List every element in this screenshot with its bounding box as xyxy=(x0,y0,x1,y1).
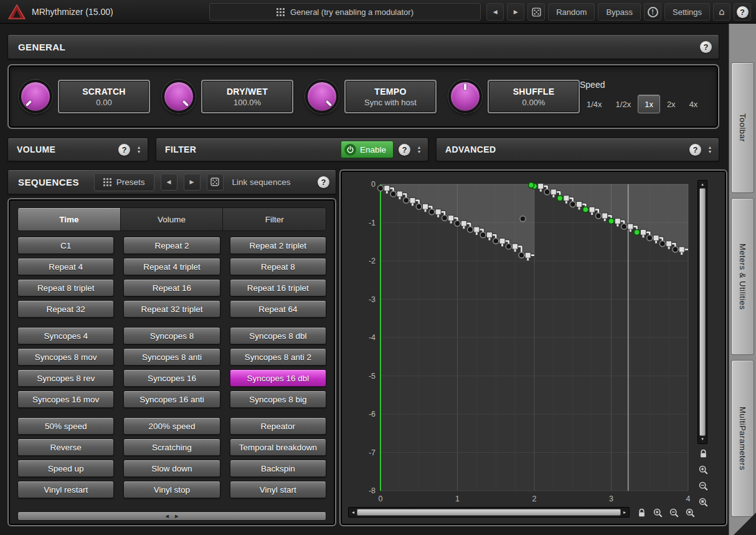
seq-preset-syncopes-8-mov[interactable]: Syncopes 8 mov xyxy=(17,348,114,366)
step-point[interactable] xyxy=(404,197,409,203)
vscroll-down-icon[interactable]: ▾ xyxy=(698,436,707,443)
step-handle[interactable] xyxy=(577,201,582,207)
step-handle[interactable] xyxy=(499,239,505,244)
seq-preset-syncopes-8-rev[interactable]: Syncopes 8 rev xyxy=(17,369,114,387)
step-point[interactable] xyxy=(520,216,526,222)
tempo-value-box[interactable]: TEMPOSync with host xyxy=(344,80,437,113)
shuffle-value-box[interactable]: SHUFFLE0.00% xyxy=(488,80,580,113)
step-point[interactable] xyxy=(416,204,422,209)
seq-preset-temporal-breakdown[interactable]: Temporal breakdown xyxy=(230,438,326,456)
pager-left-icon[interactable]: ◂ xyxy=(165,513,169,519)
volume-help-button[interactable]: ? xyxy=(118,144,130,156)
graph-horizontal-zoom-in-zoom-in-icon[interactable] xyxy=(651,506,664,519)
speed-4x-button[interactable]: 4x xyxy=(683,95,705,113)
seq-preset-repeat-32[interactable]: Repeat 32 xyxy=(17,300,114,318)
settings-button[interactable]: Settings xyxy=(664,3,710,21)
seq-preset-50-speed[interactable]: 50% speed xyxy=(17,417,114,435)
sequences-prev-button[interactable]: ◀ xyxy=(161,174,177,191)
step-point-selected[interactable] xyxy=(583,207,588,212)
speed-1-2x-button[interactable]: 1/2x xyxy=(609,95,638,113)
step-point[interactable] xyxy=(544,189,550,195)
pager-right-icon[interactable]: ▸ xyxy=(175,513,179,519)
step-point[interactable] xyxy=(429,209,435,215)
tempo-knob[interactable] xyxy=(305,80,339,113)
step-point[interactable] xyxy=(506,244,511,249)
step-point[interactable] xyxy=(442,215,447,221)
filter-help-button[interactable]: ? xyxy=(399,144,410,156)
seq-preset-syncopes-8[interactable]: Syncopes 8 xyxy=(123,327,220,344)
seq-preset-repeat-16-triplet[interactable]: Repeat 16 triplet xyxy=(230,279,326,296)
speed-2x-button[interactable]: 2x xyxy=(660,95,683,113)
seq-preset-backspin[interactable]: Backspin xyxy=(230,460,326,477)
seq-preset-syncopes-8-big[interactable]: Syncopes 8 big xyxy=(230,391,326,408)
step-handle[interactable] xyxy=(448,215,454,221)
seq-preset-repeat-2-triplet[interactable]: Repeat 2 triplet xyxy=(230,237,326,254)
step-handle[interactable] xyxy=(435,209,441,215)
preset-next-button[interactable]: ▶ xyxy=(507,3,524,21)
preset-selector[interactable]: General (try enabling a modulator) xyxy=(209,3,481,21)
sequences-next-button[interactable]: ▶ xyxy=(184,174,201,191)
step-point-selected[interactable] xyxy=(529,182,534,188)
vscroll-up-icon[interactable]: ▴ xyxy=(698,181,707,188)
vscroll-thumb[interactable] xyxy=(699,188,706,436)
sequence-step-graph[interactable]: 0-1-2-3-4-5-6-7-801234 xyxy=(341,171,726,525)
step-point-selected[interactable] xyxy=(608,219,614,224)
seq-preset-vinyl-restart[interactable]: Vinyl restart xyxy=(17,481,114,498)
step-point[interactable] xyxy=(468,227,473,232)
seq-preset-slow-down[interactable]: Slow down xyxy=(123,460,220,477)
seq-preset-repeat-4[interactable]: Repeat 4 xyxy=(17,258,114,275)
graph-vertical-zoom-out-zoom-out-icon[interactable] xyxy=(697,480,709,492)
step-handle[interactable] xyxy=(602,213,608,219)
step-handle[interactable] xyxy=(550,189,556,195)
volume-collapse-control[interactable]: ▴▾ xyxy=(135,143,143,156)
seq-preset-c1[interactable]: C1 xyxy=(17,237,114,254)
resize-grip[interactable] xyxy=(734,513,756,535)
randomize-dice-button[interactable] xyxy=(527,3,545,21)
dry-wet-knob[interactable] xyxy=(162,80,196,113)
sequence-tab-volume[interactable]: Volume xyxy=(121,208,224,230)
advanced-panel-header[interactable]: ADVANCED ? ▴▾ xyxy=(436,138,719,161)
seq-preset-syncopes-16[interactable]: Syncopes 16 xyxy=(123,369,220,387)
graph-horizontal-scrollbar[interactable]: ◂ ▸ xyxy=(348,507,630,518)
step-point[interactable] xyxy=(390,191,396,197)
step-point[interactable] xyxy=(480,232,486,238)
sequences-dice-button[interactable] xyxy=(207,174,224,191)
advanced-collapse-control[interactable]: ▴▾ xyxy=(706,143,714,156)
seq-preset-repeat-8[interactable]: Repeat 8 xyxy=(230,258,326,275)
advanced-help-button[interactable]: ? xyxy=(689,144,701,156)
hscroll-right-icon[interactable]: ▸ xyxy=(621,508,628,517)
graph-vertical-zoom-in-zoom-in-icon[interactable] xyxy=(697,463,709,476)
seq-preset-syncopes-8-dbl[interactable]: Syncopes 8 dbl xyxy=(230,327,326,344)
seq-preset-repeator[interactable]: Repeator xyxy=(230,417,326,435)
step-handle[interactable] xyxy=(525,252,531,258)
step-handle[interactable] xyxy=(653,235,659,241)
step-point[interactable] xyxy=(621,224,627,229)
step-point-selected[interactable] xyxy=(634,229,640,235)
filter-enable-button[interactable]: Enable xyxy=(341,141,394,158)
sequences-presets-button[interactable]: Presets xyxy=(94,173,154,191)
step-point[interactable] xyxy=(455,220,460,226)
step-point-selected[interactable] xyxy=(557,196,563,201)
step-handle[interactable] xyxy=(410,197,415,203)
seq-preset-reverse[interactable]: Reverse xyxy=(17,438,114,456)
step-handle[interactable] xyxy=(628,224,633,229)
graph-horizontal-lock-lock-icon[interactable] xyxy=(635,506,648,519)
step-handle[interactable] xyxy=(679,247,684,252)
dry-wet-value-box[interactable]: DRY/WET100.0% xyxy=(201,80,293,113)
seq-preset-syncopes-4[interactable]: Syncopes 4 xyxy=(17,327,114,344)
seq-preset-repeat-2[interactable]: Repeat 2 xyxy=(123,237,220,254)
seq-preset-repeat-64[interactable]: Repeat 64 xyxy=(230,300,326,318)
filter-panel-header[interactable]: FILTER Enable ? ▴▾ xyxy=(156,138,428,161)
step-handle[interactable] xyxy=(513,244,518,249)
seq-preset-scratching[interactable]: Scratching xyxy=(123,438,220,456)
seq-preset-repeat-16[interactable]: Repeat 16 xyxy=(123,279,220,296)
seq-preset-speed-up[interactable]: Speed up xyxy=(17,460,114,477)
seq-preset-syncopes-8-anti[interactable]: Syncopes 8 anti xyxy=(123,348,220,366)
sequences-pager-scrollbar[interactable]: ◂ ▸ xyxy=(17,511,326,521)
graph-horizontal-zoom-fit-zoom-fit-icon[interactable] xyxy=(684,506,696,519)
side-tab-meters-utilities[interactable]: Meters & Utilities xyxy=(731,198,754,355)
preset-prev-button[interactable]: ◀ xyxy=(486,3,504,21)
shuffle-knob[interactable] xyxy=(448,80,482,113)
step-handle[interactable] xyxy=(486,232,492,238)
graph-vertical-scrollbar[interactable]: ▴ ▾ xyxy=(697,180,707,444)
